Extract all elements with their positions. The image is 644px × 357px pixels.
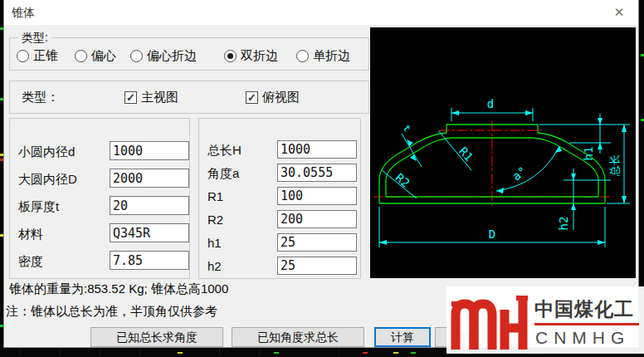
- radio-icon: [75, 50, 87, 62]
- field-label-small-diameter: 小圆内径d: [18, 144, 75, 160]
- dialog-title: 锥体: [12, 6, 35, 21]
- dimension-labels: d D h1 h2 总长 R1 R2 t a°: [393, 97, 621, 241]
- input-total-length[interactable]: [277, 140, 357, 159]
- field-label-h2: h2: [207, 259, 222, 273]
- field-label-large-diameter: 大圆内径D: [18, 172, 77, 188]
- cone-drawing: d D h1 h2 总长 R1 R2 t a°: [370, 27, 636, 278]
- field-label-angle: 角度a: [207, 166, 239, 182]
- dim-label-total-length: 总长: [608, 154, 621, 177]
- checkbox-front-view[interactable]: ✓ 主视图: [124, 90, 178, 105]
- radio-icon: [17, 50, 29, 62]
- dim-label-r1: R1: [456, 144, 476, 164]
- radio-regular-cone[interactable]: 正锥: [17, 48, 58, 64]
- input-h1[interactable]: [277, 233, 357, 252]
- cone-preview-canvas: d D h1 h2 总长 R1 R2 t a°: [370, 27, 636, 278]
- close-icon[interactable]: ✕: [610, 4, 628, 21]
- field-label-r2: R2: [207, 213, 223, 227]
- dimension-lines: [379, 108, 630, 247]
- title-bar: 锥体 ✕: [4, 0, 638, 25]
- input-plate-thickness[interactable]: [110, 196, 189, 215]
- dimension-arrows: [379, 110, 627, 245]
- calculate-button[interactable]: 计算: [374, 327, 431, 347]
- input-h2[interactable]: [277, 257, 357, 275]
- check-icon: ✓: [124, 91, 137, 104]
- check-icon: ✓: [246, 91, 258, 104]
- input-r1[interactable]: [277, 187, 357, 205]
- cad-edge-mark: [641, 54, 644, 56]
- field-label-plate-thickness: 板厚度t: [18, 199, 59, 215]
- view-groupbox: 类型： ✓ 主视图 ✓ 俯视图: [9, 81, 369, 114]
- input-density[interactable]: [110, 251, 189, 270]
- radio-double-fold[interactable]: 双折边: [224, 48, 278, 64]
- dim-label-h2: h2: [557, 217, 570, 231]
- radio-eccentric-fold[interactable]: 偏心折边: [130, 48, 197, 64]
- field-label-density: 密度: [18, 254, 43, 270]
- field-label-material: 材料: [18, 227, 43, 242]
- solve-length-button[interactable]: 已知角度求总长: [232, 327, 364, 347]
- input-material[interactable]: [110, 223, 189, 242]
- field-label-r1: R1: [207, 189, 223, 203]
- input-r2[interactable]: [277, 210, 357, 228]
- dim-label-t: t: [400, 123, 413, 134]
- dim-label-angle: a°: [510, 164, 529, 183]
- radio-icon: [296, 50, 309, 62]
- solve-angle-button[interactable]: 已知总长求角度: [90, 327, 223, 347]
- dim-label-h1: h1: [582, 147, 595, 161]
- watermark-logo: 中国煤化工 CNMHG: [446, 286, 644, 354]
- cad-edge-mark: [641, 119, 644, 121]
- logo-red-rule: [534, 323, 639, 325]
- logo-cn-text: 中国煤化工: [534, 296, 634, 322]
- type-groupbox-caption: 类型:: [18, 31, 51, 46]
- dim-label-r2: R2: [393, 171, 412, 190]
- logo-en-text: CNMHG: [535, 328, 630, 348]
- dim-label-D: D: [489, 227, 495, 241]
- field-label-total-length: 总长H: [207, 143, 242, 159]
- right-params-groupbox: 总长H 角度a R1 R2 h1 h2: [198, 118, 361, 279]
- field-label-h1: h1: [207, 236, 222, 250]
- weight-status-text: 锥体的重量为:853.52 Kg; 锥体总高1000: [9, 281, 228, 297]
- view-group-label: 类型：: [22, 90, 59, 105]
- logo-mh-monogram: [450, 293, 529, 350]
- dim-label-d: d: [487, 97, 494, 110]
- radio-icon: [130, 50, 143, 62]
- note-text: 注：锥体以总长为准，半顶角仅供参考: [6, 304, 217, 320]
- left-params-groupbox: 小圆内径d 大圆内径D 板厚度t 材料 密度: [9, 118, 190, 279]
- input-angle[interactable]: [277, 164, 357, 182]
- radio-single-fold[interactable]: 单折边: [296, 48, 350, 64]
- radio-eccentric[interactable]: 偏心: [75, 48, 116, 64]
- checkbox-top-view[interactable]: ✓ 俯视图: [246, 90, 300, 105]
- input-small-diameter[interactable]: [110, 141, 189, 160]
- type-groupbox: 类型: 正锥 偏心 偏心折边 双折边 单折边: [9, 37, 369, 71]
- screen: 锥体 ✕ 类型: 正锥 偏心 偏心折边 双折边: [0, 0, 644, 357]
- radio-icon: [224, 50, 237, 62]
- input-large-diameter[interactable]: [110, 169, 189, 188]
